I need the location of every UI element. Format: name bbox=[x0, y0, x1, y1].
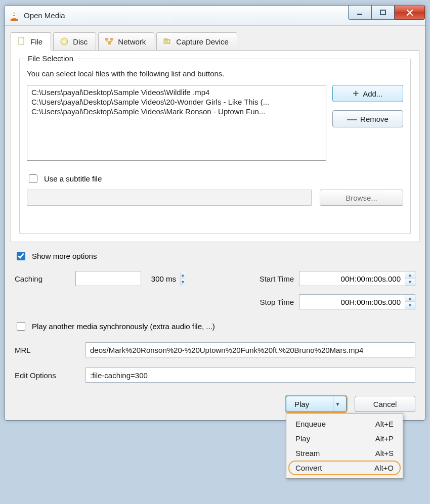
spin-down-icon[interactable]: ▼ bbox=[405, 279, 415, 286]
capture-icon bbox=[163, 37, 172, 46]
maximize-button[interactable] bbox=[371, 6, 395, 20]
list-item[interactable]: C:\Users\payal\Desktop\Sample Videos\Wil… bbox=[29, 87, 324, 97]
svg-rect-10 bbox=[105, 38, 108, 40]
menu-enqueue[interactable]: EnqueueAlt+E bbox=[288, 417, 401, 431]
tab-disc[interactable]: Disc bbox=[53, 32, 96, 51]
svg-point-9 bbox=[63, 40, 65, 42]
file-selection-group: File Selection You can select local file… bbox=[19, 59, 411, 234]
add-label: Add... bbox=[363, 89, 382, 98]
spin-down-icon[interactable]: ▼ bbox=[405, 302, 415, 309]
subtitle-checkbox[interactable] bbox=[29, 174, 37, 183]
tab-label: Capture Device bbox=[176, 37, 228, 46]
tab-label: File bbox=[30, 37, 42, 46]
show-more-label: Show more options bbox=[32, 252, 97, 260]
remove-button[interactable]: — Remove bbox=[332, 110, 403, 127]
tab-panel-file: File Selection You can select local file… bbox=[11, 50, 419, 242]
subtitle-label: Use a subtitle file bbox=[44, 174, 102, 183]
tab-label: Network bbox=[118, 37, 146, 46]
vlc-icon bbox=[10, 10, 19, 21]
network-icon bbox=[105, 37, 114, 46]
edit-options-input[interactable] bbox=[85, 368, 415, 383]
caching-label: Caching bbox=[15, 274, 75, 283]
file-list[interactable]: C:\Users\payal\Desktop\Sample Videos\Wil… bbox=[27, 85, 326, 161]
svg-rect-5 bbox=[380, 10, 385, 15]
titlebar[interactable]: Open Media bbox=[5, 6, 425, 26]
mrl-input[interactable] bbox=[85, 342, 415, 357]
sync-checkbox[interactable] bbox=[17, 322, 25, 331]
dropdown-icon[interactable]: ▼ bbox=[333, 396, 342, 411]
remove-label: Remove bbox=[360, 115, 389, 123]
start-time-input[interactable] bbox=[299, 274, 405, 283]
list-item[interactable]: C:\Users\payal\Desktop\Sample Videos\Mar… bbox=[29, 107, 324, 116]
edit-options-label: Edit Options bbox=[15, 371, 80, 380]
stop-time-spin[interactable]: ▲▼ bbox=[299, 294, 415, 309]
close-button[interactable] bbox=[395, 6, 425, 20]
start-time-label: Start Time bbox=[238, 274, 299, 283]
cancel-button[interactable]: Cancel bbox=[355, 396, 415, 412]
list-item[interactable]: C:\Users\payal\Desktop\Sample Videos\20-… bbox=[29, 97, 324, 107]
window-title: Open Media bbox=[24, 11, 65, 20]
tab-strip: File Disc Network Capture Device bbox=[11, 32, 419, 51]
caching-spin[interactable]: ▲▼ bbox=[75, 271, 141, 286]
svg-rect-4 bbox=[357, 14, 362, 15]
caching-input[interactable] bbox=[76, 274, 180, 283]
minus-icon: — bbox=[347, 114, 356, 124]
file-icon bbox=[17, 37, 26, 46]
tab-file[interactable]: File bbox=[11, 32, 51, 51]
plus-icon: + bbox=[353, 88, 359, 99]
svg-point-15 bbox=[167, 40, 170, 43]
play-label: Play bbox=[294, 400, 309, 408]
svg-rect-14 bbox=[165, 38, 167, 40]
svg-rect-2 bbox=[12, 16, 16, 18]
menu-play[interactable]: PlayAlt+P bbox=[288, 431, 401, 446]
help-text: You can select local files with the foll… bbox=[27, 69, 403, 78]
mrl-label: MRL bbox=[15, 346, 80, 354]
svg-rect-12 bbox=[108, 42, 111, 44]
svg-rect-1 bbox=[13, 14, 16, 15]
stop-time-input[interactable] bbox=[299, 298, 405, 306]
group-legend: File Selection bbox=[25, 54, 76, 63]
svg-rect-11 bbox=[110, 38, 113, 40]
open-media-window: Open Media File Disc Network Capture Dev… bbox=[4, 5, 426, 421]
svg-rect-3 bbox=[11, 19, 18, 21]
svg-marker-0 bbox=[12, 12, 16, 19]
disc-icon bbox=[60, 37, 69, 46]
menu-convert[interactable]: ConvertAlt+O bbox=[288, 461, 401, 475]
play-menu: EnqueueAlt+E PlayAlt+P StreamAlt+S Conve… bbox=[286, 413, 403, 479]
sync-label: Play another media synchronously (extra … bbox=[32, 322, 215, 331]
spin-down-icon[interactable]: ▼ bbox=[181, 279, 185, 286]
tab-label: Disc bbox=[73, 37, 88, 46]
minimize-button[interactable] bbox=[348, 6, 371, 20]
tab-capture[interactable]: Capture Device bbox=[156, 32, 237, 51]
tab-network[interactable]: Network bbox=[98, 32, 154, 51]
spin-up-icon[interactable]: ▲ bbox=[181, 271, 185, 279]
spin-up-icon[interactable]: ▲ bbox=[405, 271, 415, 279]
menu-stream[interactable]: StreamAlt+S bbox=[288, 446, 401, 461]
spin-up-icon[interactable]: ▲ bbox=[405, 295, 415, 302]
show-more-checkbox[interactable] bbox=[17, 252, 25, 260]
subtitle-path-field bbox=[27, 190, 312, 206]
add-button[interactable]: + Add... bbox=[332, 85, 403, 102]
start-time-spin[interactable]: ▲▼ bbox=[299, 271, 415, 286]
browse-button[interactable]: Browse... bbox=[320, 190, 403, 206]
play-button[interactable]: Play ▼ bbox=[286, 396, 347, 412]
stop-time-label: Stop Time bbox=[238, 298, 299, 306]
